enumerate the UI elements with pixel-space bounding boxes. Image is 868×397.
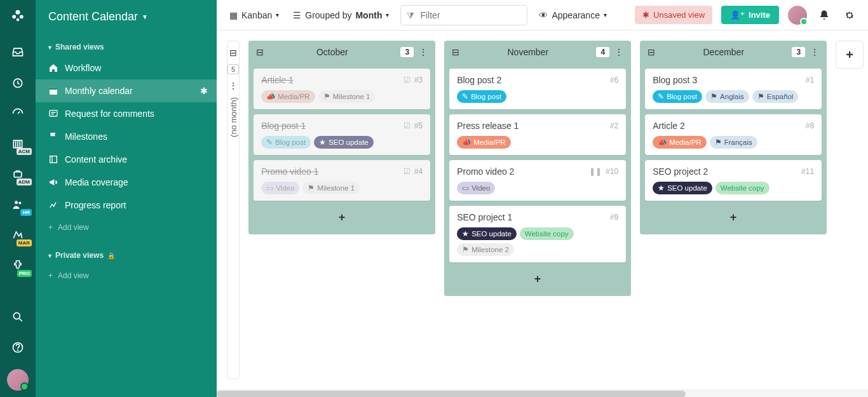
add-card-button[interactable]: + — [645, 206, 822, 229]
kanban-card[interactable]: Promo video 2 ❚❚ #10 ▭ Video — [449, 160, 626, 201]
column-title: December — [660, 47, 787, 57]
card-tag[interactable]: ✎ Blog post — [457, 90, 506, 103]
logo-icon[interactable] — [9, 6, 27, 24]
rail-help-icon[interactable] — [5, 335, 31, 360]
asterisk-icon: ✱ — [642, 10, 649, 20]
unsaved-view-button[interactable]: ✱ Unsaved view — [635, 6, 712, 24]
rail-workspace-hr[interactable]: HR — [5, 192, 31, 217]
collapse-icon[interactable]: ⊟ — [229, 48, 237, 58]
appearance-button[interactable]: 👁 Appearance ▾ — [536, 6, 609, 24]
add-view-button[interactable]: + Add view — [36, 265, 217, 286]
card-tag[interactable]: ⚑ Anglais — [705, 90, 749, 103]
kanban-card[interactable]: SEO project 1 #9 ★ SEO updateWebsite cop… — [449, 206, 626, 262]
shared-views-header[interactable]: ▾ Shared views — [36, 37, 217, 57]
card-tag[interactable]: 📣 Media/PR — [457, 136, 511, 149]
rail-workspace-adm[interactable]: ADM — [5, 161, 31, 187]
column-october: ⊟ October 3 ⋮ Article 1 ☑ #3 📣 Media/PR⚑… — [248, 41, 435, 379]
view-type-selector[interactable]: ▦ Kanban ▾ — [227, 6, 281, 24]
card-tag[interactable]: ✎ Blog post — [261, 136, 311, 149]
card-tag[interactable]: ★ SEO update — [457, 227, 517, 240]
column-header: ⊟ October 3 ⋮ — [248, 41, 435, 64]
card-tag[interactable]: Website copy — [520, 227, 574, 240]
sidebar-item-label: Progress report — [65, 200, 126, 210]
column-menu-icon[interactable]: ⋮ — [614, 47, 623, 57]
add-card-button[interactable]: + — [254, 206, 430, 229]
sidebar-item-workflow[interactable]: Workflow — [36, 57, 217, 79]
rail-dashboard-icon[interactable] — [5, 100, 31, 126]
kanban-icon: ▦ — [229, 10, 238, 20]
chevron-down-icon: ▼ — [142, 13, 148, 20]
card-tag[interactable]: ✎ Blog post — [653, 90, 702, 103]
collapse-icon[interactable]: ⊟ — [452, 47, 459, 57]
no-month-count: 5 — [227, 64, 239, 74]
column-menu-icon[interactable]: ⋮ — [229, 81, 238, 91]
kanban-card[interactable]: Promo video 1 ☑ #4 ▭ Video⚑ Milestone 1 — [254, 160, 430, 201]
card-tag[interactable]: ⚑ Español — [752, 90, 799, 103]
card-title: SEO project 1 — [457, 212, 606, 222]
sidebar-item-label: Monthly calendar — [65, 86, 133, 96]
calendar-icon — [48, 86, 58, 96]
kanban-card[interactable]: Article 1 ☑ #3 📣 Media/PR⚑ Milestone 1 — [254, 69, 430, 109]
asterisk-icon: ✱ — [200, 86, 208, 96]
rail-workspace-mar[interactable]: MAR — [5, 222, 31, 248]
card-tag[interactable]: ⚑ Français — [710, 136, 757, 149]
kanban-card[interactable]: Blog post 2 #6 ✎ Blog post — [449, 69, 626, 109]
card-id: #3 — [414, 76, 423, 84]
kanban-card[interactable]: Press release 1 #2 📣 Media/PR — [449, 114, 626, 155]
sidebar-item-media-coverage[interactable]: Media coverage — [36, 171, 217, 194]
private-views-header[interactable]: ▾ Private views 🔒 — [36, 246, 217, 265]
svg-rect-14 — [50, 111, 57, 116]
card-tag[interactable]: ▭ Video — [457, 182, 495, 194]
svg-point-8 — [18, 201, 21, 204]
rail-timer-icon[interactable] — [5, 70, 31, 95]
rail-search-icon[interactable] — [5, 304, 31, 330]
card-tag[interactable]: 📣 Media/PR — [653, 136, 707, 149]
card-title: Promo video 1 — [261, 166, 400, 177]
no-month-column[interactable]: ⊟ 5 ⋮ (no month) — [227, 41, 240, 379]
horizontal-scrollbar[interactable] — [217, 389, 868, 397]
column-menu-icon[interactable]: ⋮ — [419, 47, 428, 57]
card-title: Blog post 2 — [457, 75, 606, 85]
invite-button[interactable]: 👤⁺ Invite — [721, 6, 779, 24]
card-tag[interactable]: ▭ Video — [261, 182, 299, 194]
kanban-card[interactable]: Article 2 #8 📣 Media/PR⚑ Français — [645, 114, 822, 155]
rail-user-avatar[interactable] — [7, 369, 29, 391]
main-content: ▦ Kanban ▾ ☰ Grouped by Month ▾ ⧩ 👁 Appe… — [217, 0, 868, 397]
collapse-icon[interactable]: ⊟ — [256, 47, 264, 57]
sidebar-item-request-for-comments[interactable]: Request for comments — [36, 102, 217, 125]
card-tag[interactable]: ⚑ Milestone 1 — [318, 90, 376, 103]
sidebar-item-monthly-calendar[interactable]: Monthly calendar✱ — [36, 79, 217, 102]
rail-workspace-acm[interactable]: ACM — [5, 131, 31, 156]
kanban-card[interactable]: SEO project 2 #11 ★ SEO updateWebsite co… — [645, 160, 822, 201]
sidebar-project-title[interactable]: Content Calendar ▼ — [36, 0, 217, 34]
notifications-icon[interactable] — [816, 10, 832, 21]
card-tag[interactable]: 📣 Media/PR — [261, 90, 315, 103]
kanban-card[interactable]: Blog post 1 ☑ #5 ✎ Blog post★ SEO update — [254, 114, 430, 155]
rail-workspace-pro[interactable]: PRO — [5, 253, 31, 278]
column-title: November — [465, 47, 591, 57]
add-column-button[interactable]: + — [836, 41, 864, 69]
add-card-button[interactable]: + — [449, 267, 626, 291]
card-id: #9 — [610, 213, 618, 222]
group-by-selector[interactable]: ☰ Grouped by Month ▾ — [290, 6, 391, 24]
svg-point-11 — [18, 350, 18, 351]
filter-input[interactable] — [400, 5, 527, 25]
card-tag[interactable]: ★ SEO update — [653, 182, 712, 194]
collapse-icon[interactable]: ⊟ — [648, 47, 655, 57]
rail-inbox-icon[interactable] — [5, 39, 31, 65]
column-count: 4 — [596, 47, 609, 57]
sidebar-item-milestones[interactable]: Milestones — [36, 125, 217, 148]
card-id: #2 — [610, 121, 618, 130]
settings-icon[interactable] — [841, 10, 858, 21]
card-title: Article 1 — [261, 75, 400, 85]
column-menu-icon[interactable]: ⋮ — [810, 47, 819, 57]
card-tag[interactable]: ⚑ Milestone 1 — [302, 182, 360, 194]
kanban-card[interactable]: Blog post 3 #1 ✎ Blog post⚑ Anglais⚑ Esp… — [645, 69, 822, 109]
card-tag[interactable]: ★ SEO update — [314, 136, 374, 149]
card-tag[interactable]: Website copy — [715, 182, 770, 194]
add-view-button[interactable]: + Add view — [36, 217, 217, 238]
sidebar-item-progress-report[interactable]: Progress report — [36, 194, 217, 217]
card-tag[interactable]: ⚑ Milestone 2 — [457, 243, 514, 256]
user-avatar[interactable] — [788, 6, 807, 25]
sidebar-item-content-archive[interactable]: Content archive — [36, 148, 217, 171]
